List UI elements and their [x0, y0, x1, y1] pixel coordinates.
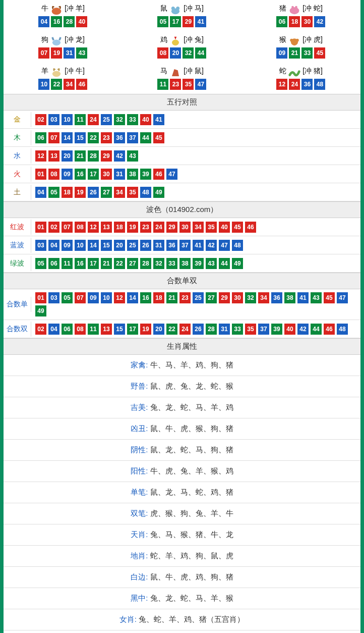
svg-point-6	[295, 6, 297, 9]
attr-value: 兔、马、猴、猪、牛、龙	[150, 530, 233, 539]
number-chip: 39	[193, 258, 204, 269]
zodiac-name: 牛	[41, 4, 48, 13]
number-chip: 04	[35, 187, 46, 198]
number-chip: 05	[62, 292, 73, 303]
number-chip: 09	[62, 240, 73, 251]
svg-point-12	[52, 71, 60, 77]
number-chip: 03	[48, 292, 59, 303]
number-chip: 11	[62, 258, 73, 269]
svg-point-7	[52, 40, 60, 46]
attr-row: 天肖: 兔、马、猴、猪、牛、龙	[4, 524, 360, 546]
number-chip: 14	[127, 292, 138, 303]
number-chip: 17	[170, 16, 181, 27]
number-chip: 49	[232, 258, 243, 269]
number-chip: 18	[153, 292, 164, 303]
number-chip: 13	[101, 324, 112, 335]
number-chip: 08	[48, 169, 59, 180]
number-chip: 30	[101, 169, 112, 180]
attr-label: 地肖:	[131, 551, 148, 560]
attr-row: 家禽: 牛、马、羊、鸡、狗、猪	[4, 355, 360, 376]
number-chip: 21	[101, 258, 112, 269]
zodiac-name: 狗	[41, 35, 48, 44]
zodiac-label: 牛 [冲 羊]	[41, 3, 85, 14]
number-chip: 18	[289, 16, 300, 27]
number-chip: 46	[245, 222, 256, 233]
zodiac-cell: 猴 [冲 虎] 09213345	[241, 31, 360, 63]
svg-point-2	[171, 7, 175, 10]
zodiac-cell: 羊 [冲 牛] 10223446	[4, 63, 123, 94]
number-chip: 19	[140, 324, 151, 335]
number-chip: 39	[140, 169, 151, 180]
wave-header: 波色（014902.com）	[4, 201, 360, 218]
row-nums: 0103050709101214161821232527293032343638…	[31, 289, 360, 320]
number-chip: 23	[179, 292, 191, 303]
number-chip: 20	[153, 324, 164, 335]
attr-row: 地肖: 蛇、羊、鸡、狗、鼠、虎	[4, 546, 360, 567]
number-chip: 15	[101, 240, 112, 251]
number-chip: 47	[337, 292, 348, 303]
number-chip: 02	[35, 114, 46, 125]
number-chip: 20	[170, 47, 181, 59]
attr-row: 黑中: 兔、龙、蛇、马、羊、猴	[4, 588, 360, 609]
attr-row: 女肖: 兔、蛇、羊、鸡、猪（五宫肖）	[4, 609, 360, 630]
zodiac-conflict: [冲 猪]	[302, 67, 323, 76]
zodiac-cell: 牛 [冲 羊] 04162840	[4, 0, 123, 31]
main-wrapper: 牛 [冲 羊] 04162840 鼠 [冲 马] 05172941 猪 [冲 蛇…	[0, 0, 364, 633]
number-chip: 17	[88, 169, 99, 180]
number-chip: 01	[35, 169, 46, 180]
number-chip: 19	[127, 222, 138, 233]
zodiac-name: 鼠	[160, 4, 167, 13]
data-row: 红波0102070812131819232429303435404546	[4, 218, 360, 236]
data-row: 绿波05061116172122272832333839434449	[4, 254, 360, 273]
number-chip: 20	[114, 240, 125, 251]
row-label: 金	[4, 112, 31, 127]
number-chip: 17	[127, 324, 138, 335]
number-chip: 19	[75, 187, 86, 198]
zodiac-label: 蛇 [冲 猪]	[279, 66, 323, 77]
zodiac-label: 鼠 [冲 马]	[160, 3, 204, 14]
number-chip: 27	[101, 187, 112, 198]
number-chip: 07	[75, 292, 86, 303]
svg-point-4	[290, 7, 299, 14]
number-chip: 44	[219, 258, 230, 269]
number-chip: 48	[232, 240, 243, 251]
attr-label: 单笔:	[131, 488, 148, 496]
number-chip: 36	[271, 292, 282, 303]
number-chip: 34	[193, 222, 204, 233]
zodiac-label: 猪 [冲 蛇]	[279, 3, 323, 14]
attr-value: 蛇、羊、鸡、狗、鼠、虎	[150, 551, 233, 560]
number-chip: 26	[140, 240, 151, 251]
number-chip: 30	[301, 16, 313, 27]
zodiac-conflict: [冲 虎]	[302, 35, 323, 44]
data-row: 蓝波03040910141520252631363741424748	[4, 236, 360, 254]
number-chip: 46	[324, 324, 335, 335]
attr-value: 牛、马、羊、鸡、狗、猪	[150, 360, 233, 369]
number-chip: 08	[157, 47, 168, 59]
zodiac-cell: 狗 [冲 龙] 07193143	[4, 31, 123, 63]
number-chip: 04	[48, 324, 59, 335]
number-chip: 01	[35, 222, 46, 233]
number-chip: 42	[206, 240, 217, 251]
attr-label: 吉美:	[131, 403, 148, 411]
number-chip: 42	[114, 150, 125, 162]
number-chip: 41	[195, 16, 206, 27]
attr-value: 鼠、龙、马、蛇、鸡、猪	[150, 488, 233, 496]
number-chip: 35	[245, 324, 256, 335]
number-chip: 28	[140, 258, 151, 269]
number-chip: 31	[64, 47, 75, 59]
rat-icon	[168, 3, 183, 14]
row-nums: 06071415222336374445	[31, 129, 360, 146]
wuxing-header: 五行对照	[4, 94, 360, 111]
zodiac-label: 猴 [冲 虎]	[279, 34, 323, 45]
zodiac-conflict: [冲 龙]	[65, 35, 85, 44]
number-chip: 33	[232, 324, 243, 335]
goat-icon	[49, 66, 64, 77]
zodiac-cell: 鸡 [冲 兔] 08203244	[123, 31, 241, 63]
attr-value: 牛、虎、兔、羊、猴、鸡	[150, 466, 233, 475]
number-chip: 45	[153, 132, 164, 143]
number-chip: 17	[88, 258, 99, 269]
attr-label: 天肖:	[131, 530, 148, 539]
zodiac-conflict: [冲 鼠]	[184, 67, 204, 76]
row-nums: 02031011242532334041	[31, 111, 360, 128]
row-label: 水	[4, 148, 31, 164]
